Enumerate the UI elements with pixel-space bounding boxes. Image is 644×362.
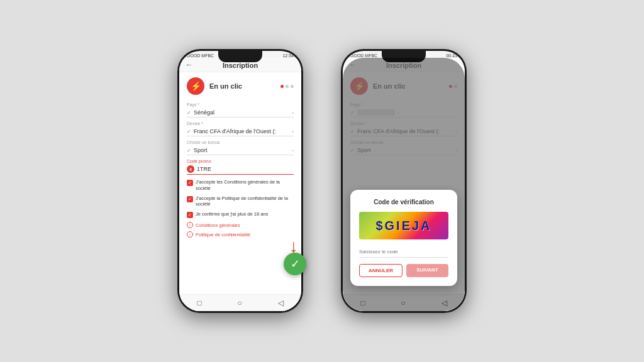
conditions-link[interactable]: Conditions générales (196, 222, 240, 228)
checkbox-1[interactable]: ✓ (187, 180, 193, 186)
modal-title: Code de vérification (359, 199, 448, 206)
pays-chevron: › (292, 110, 294, 116)
right-phone-inner: GOOD MFBC 00:23 ← Inscription ⚡ (343, 51, 465, 311)
checkbox-text-1: J'accepte les Conditions générales de la… (196, 179, 294, 192)
pays-check: ✓ (187, 110, 191, 116)
bonus-chevron: › (292, 148, 294, 153)
left-flash-icon: ⚡ (187, 77, 204, 95)
right-status-bar: GOOD MFBC 00:23 (343, 52, 465, 58)
checkbox-row-2[interactable]: ✓ J'accepte la Politique de confidential… (187, 195, 294, 208)
left-phone: GOOD MFBC 12:54 ← Inscription ⚡ En un cl… (177, 49, 303, 313)
modal-buttons: ANNULER SUIVANT (359, 264, 448, 277)
devise-value: Franc CFA d'Afrique de l'Ouest (: (194, 128, 289, 134)
checkbox-text-3: Je confirme que j'ai plus de 18 ans (196, 211, 268, 217)
devise-check: ✓ (187, 129, 191, 134)
bonus-value: Sport (194, 147, 289, 153)
modal-overlay: Code de vérification $GIEJA ANNULER SUIV… (343, 58, 465, 311)
left-phone-wrapper: GOOD MFBC 12:54 ← Inscription ⚡ En un cl… (177, 49, 303, 313)
dot-2 (286, 85, 289, 88)
dot-3 (291, 85, 294, 88)
check-2: ✓ (188, 197, 192, 202)
info-row-1: i Conditions générales (187, 222, 294, 228)
bonus-check: ✓ (187, 148, 191, 153)
captcha-image: $GIEJA (359, 212, 448, 239)
left-en-un-clic-text: En un clic (209, 82, 242, 90)
pays-value: Sénégal (194, 109, 289, 116)
left-screen-content: ← Inscription ⚡ En un clic (179, 58, 301, 311)
left-status-bar: GOOD MFBC 12:54 (179, 52, 301, 58)
captcha-input[interactable] (359, 246, 448, 258)
checkbox-row-3[interactable]: ✓ Je confirme que j'ai plus de 18 ans (187, 211, 294, 218)
annuler-button[interactable]: ANNULER (359, 264, 402, 277)
suivant-button[interactable]: SUIVANT (406, 264, 448, 277)
pays-label: Pays * (187, 102, 294, 107)
main-scene: GOOD MFBC 12:54 ← Inscription ⚡ En un cl… (0, 0, 644, 362)
bonus-row[interactable]: ✓ Sport › (187, 147, 294, 155)
checkbox-3[interactable]: ✓ (187, 212, 193, 218)
checkbox-text-2: J'accepte la Politique de confidentialit… (196, 195, 294, 208)
left-status-right: 12:54 (282, 53, 294, 58)
left-flash-symbol: ⚡ (191, 81, 201, 91)
captcha-code: $GIEJA (375, 219, 431, 233)
pays-row[interactable]: ✓ Sénégal › (187, 109, 294, 118)
nav-square-left[interactable]: □ (197, 299, 201, 307)
info-icon-1: i (187, 222, 193, 228)
info-icon-2: i (187, 231, 193, 238)
left-en-un-clic-section: ⚡ En un clic (179, 72, 301, 100)
left-back-arrow[interactable]: ← (186, 60, 193, 69)
check-1: ✓ (188, 180, 192, 185)
politique-link[interactable]: Politique de confidentialité (196, 232, 250, 238)
check-3: ✓ (188, 212, 192, 217)
devise-chevron: › (292, 129, 294, 134)
left-dots (280, 85, 294, 88)
devise-label: Devise * (187, 121, 294, 126)
left-phone-inner: GOOD MFBC 12:54 ← Inscription ⚡ En un cl… (179, 51, 301, 311)
right-status-right: 00:23 (446, 53, 457, 58)
promo-value: 1TRE (197, 166, 294, 172)
right-phone: GOOD MFBC 00:23 ← Inscription ⚡ (341, 49, 467, 313)
right-phone-wrapper: GOOD MFBC 00:23 ← Inscription ⚡ (341, 49, 467, 313)
left-header-title: Inscription (223, 62, 258, 69)
checkbox-row-1[interactable]: ✓ J'accepte les Conditions générales de … (187, 179, 294, 192)
checkbox-2[interactable]: ✓ (187, 196, 193, 202)
promo-label: Code promo (187, 159, 294, 163)
bonus-label: Choisir un bonus (187, 140, 294, 145)
left-form-section: Pays * ✓ Sénégal › Devise * ✓ Franc CF (179, 100, 301, 294)
devise-row[interactable]: ✓ Franc CFA d'Afrique de l'Ouest (: › (187, 128, 294, 136)
promo-badge: 4 (187, 165, 194, 173)
nav-circle-left[interactable]: ○ (237, 299, 242, 307)
left-status-left: GOOD MFBC (187, 53, 214, 58)
left-bottom-nav: □ ○ ◁ (179, 294, 301, 311)
verification-modal: Code de vérification $GIEJA ANNULER SUIV… (350, 190, 457, 286)
green-check-button[interactable]: ✓ (284, 253, 306, 275)
right-status-left: GOOD MFBC (350, 53, 377, 58)
info-row-2: i Politique de confidentialité (187, 231, 294, 238)
dot-1 (280, 85, 284, 88)
nav-triangle-left[interactable]: ◁ (278, 299, 284, 307)
promo-row[interactable]: 4 1TRE (187, 165, 294, 175)
right-screen-content: ← Inscription ⚡ En un clic (343, 58, 465, 311)
